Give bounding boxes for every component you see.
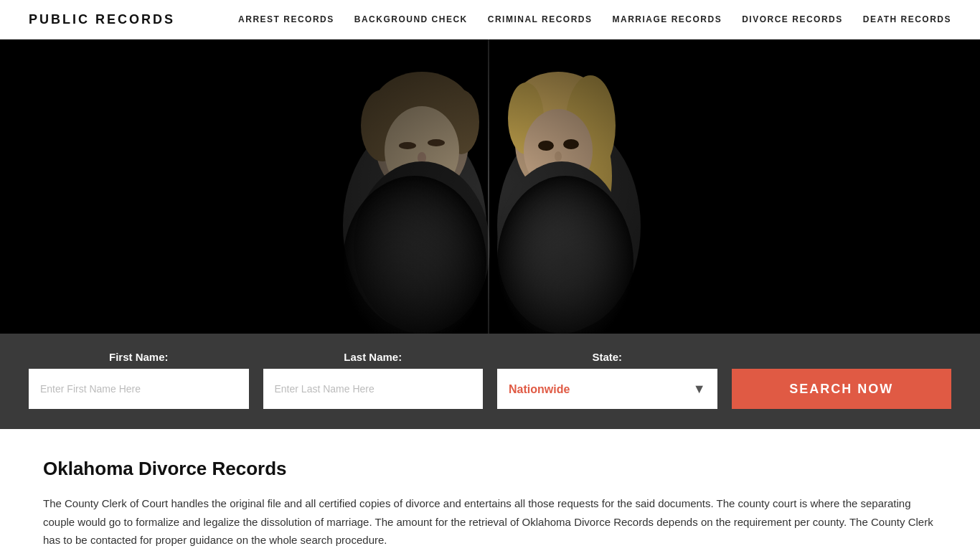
nav-background-check[interactable]: BACKGROUND CHECK	[354, 14, 468, 24]
last-name-label: Last Name:	[263, 351, 484, 363]
site-header: PUBLIC RECORDS ARREST RECORDS BACKGROUND…	[0, 0, 980, 39]
nav-arrest-records[interactable]: ARREST RECORDS	[238, 14, 334, 24]
state-label: State:	[497, 351, 717, 363]
nav-marriage-records[interactable]: MARRIAGE RECORDS	[613, 14, 722, 24]
nav-criminal-records[interactable]: CRIMINAL RECORDS	[488, 14, 593, 24]
state-select[interactable]: NationwideAlabamaAlaskaArizonaArkansasCa…	[497, 369, 717, 409]
last-name-input[interactable]	[263, 369, 484, 409]
content-heading: Oklahoma Divorce Records	[43, 458, 937, 480]
nav-divorce-records[interactable]: DIVORCE RECORDS	[742, 14, 843, 24]
search-bar: First Name: Last Name: State: Nationwide…	[0, 334, 980, 429]
content-section: Oklahoma Divorce Records The County Cler…	[0, 429, 980, 551]
main-nav: ARREST RECORDS BACKGROUND CHECK CRIMINAL…	[238, 14, 951, 24]
state-select-wrapper: NationwideAlabamaAlaskaArizonaArkansasCa…	[497, 369, 717, 409]
svg-rect-27	[289, 39, 691, 334]
last-name-field: Last Name:	[263, 351, 484, 409]
site-logo: PUBLIC RECORDS	[29, 12, 175, 27]
first-name-field: First Name:	[29, 351, 249, 409]
hero-image	[289, 39, 691, 334]
first-name-label: First Name:	[29, 351, 249, 363]
hero-section	[0, 39, 980, 334]
search-now-button[interactable]: SEARCH NOW	[732, 369, 952, 409]
search-button-wrapper: SEARCH NOW	[732, 369, 952, 409]
state-field: State: NationwideAlabamaAlaskaArizonaArk…	[497, 351, 717, 409]
content-paragraph-1: The County Clerk of Court handles the or…	[43, 494, 937, 550]
nav-death-records[interactable]: DEATH RECORDS	[863, 14, 951, 24]
first-name-input[interactable]	[29, 369, 249, 409]
